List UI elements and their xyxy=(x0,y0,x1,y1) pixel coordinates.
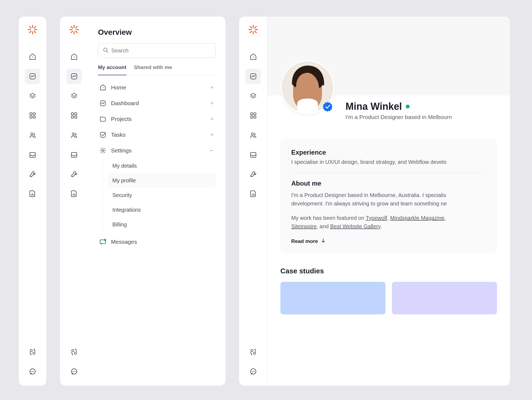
page-title: Overview xyxy=(98,28,216,37)
nav-home[interactable] xyxy=(246,49,261,64)
verified-badge-icon xyxy=(322,101,333,112)
nav-switch[interactable] xyxy=(25,344,40,360)
sidebar-item-label: Home xyxy=(111,84,206,91)
svg-line-38 xyxy=(71,31,73,33)
link-typewolf[interactable]: Typewolf xyxy=(366,215,387,221)
search-input[interactable] xyxy=(98,43,216,58)
about-links-line: Siteinspire, and Best Website Gallery. xyxy=(291,222,486,231)
nav-tools[interactable] xyxy=(66,167,82,182)
svg-line-44 xyxy=(255,31,256,33)
plus-icon[interactable]: + xyxy=(210,131,214,138)
profile-name: Mina Winkel xyxy=(346,101,402,112)
nav-apps[interactable] xyxy=(246,108,261,123)
gear-icon xyxy=(99,147,107,154)
nav-support-chat[interactable] xyxy=(246,364,261,379)
profile-tagline: I'm a Product Designer based in Melbourn xyxy=(346,114,497,120)
nav-dashboard[interactable] xyxy=(66,69,82,84)
chart-icon xyxy=(99,99,107,107)
sidebar-item-projects[interactable]: Projects + xyxy=(98,111,216,127)
profile-card: Experience I specialise in UX/UI design,… xyxy=(280,139,497,253)
nav-inbox[interactable] xyxy=(25,147,40,162)
settings-my-profile[interactable]: My profile xyxy=(108,173,216,188)
svg-line-45 xyxy=(255,27,256,28)
link-siteinspire[interactable]: Siteinspire xyxy=(291,223,316,229)
nav-reports[interactable] xyxy=(25,186,40,201)
unread-dot xyxy=(104,239,106,241)
sunburst-logo[interactable] xyxy=(28,25,37,36)
svg-line-37 xyxy=(76,27,77,28)
svg-line-30 xyxy=(30,31,31,33)
nav-layers[interactable] xyxy=(25,88,40,104)
case-study-tile[interactable] xyxy=(392,282,497,314)
settings-integrations[interactable]: Integrations xyxy=(108,202,216,217)
link-mindsparkle[interactable]: Mindsparkle Magazine xyxy=(390,215,444,221)
avatar[interactable] xyxy=(280,60,335,114)
nav-users[interactable] xyxy=(66,127,82,143)
nav-dashboard[interactable] xyxy=(25,69,40,84)
search-field[interactable] xyxy=(111,48,211,54)
sidebar-item-label: Tasks xyxy=(111,132,206,138)
plus-icon[interactable]: + xyxy=(210,84,214,91)
svg-line-36 xyxy=(76,31,77,33)
nav-switch[interactable] xyxy=(66,344,82,360)
nav-home[interactable] xyxy=(66,49,82,64)
case-study-tile[interactable] xyxy=(280,282,385,314)
nav-dashboard[interactable] xyxy=(246,69,261,84)
nav-support-chat[interactable] xyxy=(25,364,40,379)
sidebar-item-label: Dashboard xyxy=(111,100,206,107)
icon-rail-collapsed xyxy=(18,16,47,386)
svg-line-29 xyxy=(34,27,36,28)
about-links-line: My work has been featured on Typewolf, M… xyxy=(291,214,486,222)
case-studies-heading: Case studies xyxy=(280,267,497,275)
svg-line-43 xyxy=(250,27,252,28)
online-status-dot xyxy=(406,105,410,108)
folder-icon xyxy=(99,115,107,123)
nav-users[interactable] xyxy=(25,127,40,143)
nav-apps[interactable] xyxy=(66,108,82,123)
plus-icon[interactable]: + xyxy=(210,100,214,107)
svg-line-27 xyxy=(30,27,31,28)
tab-shared[interactable]: Shared with me xyxy=(134,64,172,75)
settings-security[interactable]: Security xyxy=(108,188,216,202)
sidebar-expanded: Overview My account Shared with me Home … xyxy=(60,16,226,386)
sidebar-item-label: Projects xyxy=(111,116,206,122)
settings-my-details[interactable]: My details xyxy=(108,158,216,173)
divider xyxy=(291,173,486,173)
sidebar-item-messages[interactable]: Messages xyxy=(98,234,216,250)
sidebar-item-dashboard[interactable]: Dashboard + xyxy=(98,95,216,111)
profile-view: Mina Winkel I'm a Product Designer based… xyxy=(239,16,510,386)
arrow-down-icon xyxy=(321,238,326,245)
sunburst-logo[interactable] xyxy=(248,25,258,36)
sidebar-item-tasks[interactable]: Tasks + xyxy=(98,127,216,143)
about-line: I'm a Product Designer based in Melbourn… xyxy=(291,191,486,199)
read-more-button[interactable]: Read more xyxy=(291,238,486,245)
sunburst-logo[interactable] xyxy=(69,25,79,36)
check-square-icon xyxy=(99,131,107,139)
about-heading: About me xyxy=(291,180,486,187)
link-bwg[interactable]: Best Website Gallery xyxy=(330,223,380,229)
nav-inbox[interactable] xyxy=(66,147,82,162)
sidebar-item-label: Settings xyxy=(111,147,205,154)
sidebar-item-home[interactable]: Home + xyxy=(98,80,216,95)
about-line: development. I'm always striving to grow… xyxy=(291,199,486,208)
nav-layers[interactable] xyxy=(246,88,261,104)
sidebar-item-settings[interactable]: Settings − xyxy=(98,143,216,158)
plus-icon[interactable]: + xyxy=(210,115,214,123)
account-tabs: My account Shared with me xyxy=(98,64,216,75)
nav-reports[interactable] xyxy=(246,186,261,201)
nav-inbox[interactable] xyxy=(246,147,261,162)
settings-billing[interactable]: Billing xyxy=(108,217,216,232)
nav-switch[interactable] xyxy=(246,344,261,360)
nav-tools[interactable] xyxy=(246,167,261,182)
nav-layers[interactable] xyxy=(66,88,82,104)
settings-subtree: My details My profile Security Integrati… xyxy=(102,158,216,232)
nav-users[interactable] xyxy=(246,127,261,143)
case-studies-grid xyxy=(267,282,510,314)
nav-reports[interactable] xyxy=(66,186,82,201)
tab-my-account[interactable]: My account xyxy=(98,64,126,75)
nav-support-chat[interactable] xyxy=(66,364,82,379)
nav-tools[interactable] xyxy=(25,167,40,182)
nav-home[interactable] xyxy=(25,49,40,64)
svg-line-46 xyxy=(250,31,252,33)
nav-apps[interactable] xyxy=(25,108,40,123)
